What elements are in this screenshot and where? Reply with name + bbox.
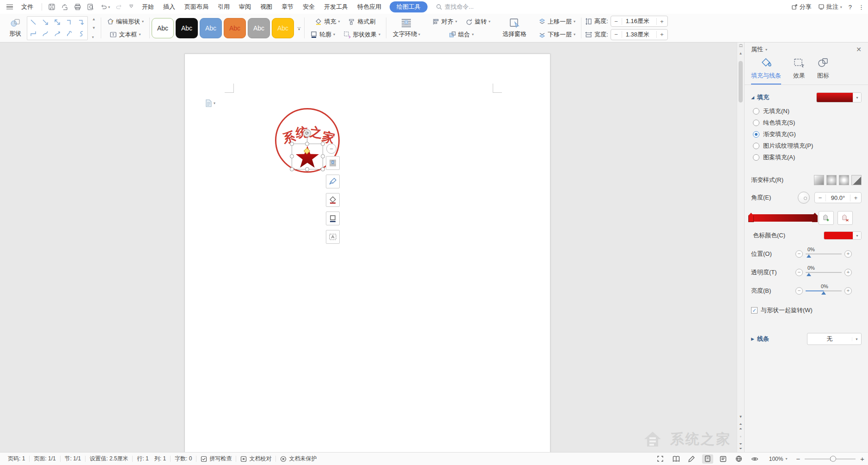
decrease-icon[interactable]: − <box>815 194 826 201</box>
increase-icon[interactable]: + <box>844 287 852 295</box>
increase-icon[interactable]: + <box>850 194 861 201</box>
selection-handle[interactable] <box>290 167 294 171</box>
hamburger-menu-icon[interactable] <box>4 3 16 12</box>
rotate-with-shape-option[interactable]: ✓ 与形状一起旋转(W) <box>751 306 862 314</box>
eye-protect-icon[interactable] <box>749 454 760 464</box>
increase-icon[interactable]: + <box>656 18 667 25</box>
height-stepper[interactable]: −1.16厘米+ <box>611 16 668 27</box>
scroll-up-icon[interactable]: ▲ <box>737 50 744 57</box>
stop-color-swatch[interactable]: ▾ <box>824 231 862 240</box>
style-orange[interactable]: Abc <box>224 18 246 38</box>
tab-page-layout[interactable]: 页面布局 <box>180 1 213 12</box>
status-setting-value[interactable]: 设置值: 2.5厘米 <box>86 455 132 463</box>
layout-options-icon[interactable] <box>326 156 340 170</box>
transparency-slider[interactable]: 0% <box>806 272 842 273</box>
print-preview-icon[interactable] <box>85 1 97 12</box>
send-backward-button[interactable]: 下移一层▾ <box>537 29 577 40</box>
angle-value[interactable]: 90.0° <box>826 194 850 201</box>
fill-option-gradient[interactable]: 渐变填充(G) <box>751 128 862 140</box>
selection-handle[interactable] <box>290 142 294 146</box>
tab-dev-tools[interactable]: 开发工具 <box>319 1 353 12</box>
search-input[interactable]: 查找命令... <box>436 3 538 11</box>
selection-handle[interactable] <box>321 167 325 171</box>
angle-knob[interactable] <box>798 192 810 204</box>
selection-handle[interactable] <box>290 154 294 158</box>
tab-view[interactable]: 视图 <box>256 1 277 12</box>
scroll-down-icon[interactable]: ▼ <box>739 415 743 419</box>
fill-option-picture[interactable]: 图片或纹理填充(P) <box>751 140 862 151</box>
shape-elbow-arrow-icon[interactable] <box>75 17 87 28</box>
slider-handle[interactable] <box>807 273 811 276</box>
zoom-level[interactable]: 100%▾ <box>765 456 792 462</box>
scrollbar-thumb[interactable] <box>739 61 743 103</box>
height-value[interactable]: 1.16厘米 <box>622 17 656 25</box>
increase-icon[interactable]: + <box>844 269 852 276</box>
shape-elbow-icon[interactable] <box>63 17 75 28</box>
edit-shape-button[interactable]: 编辑形状▾ <box>105 16 146 27</box>
selection-handle[interactable] <box>321 142 325 146</box>
shape-s-curve-icon[interactable] <box>63 28 75 40</box>
gallery-scroll[interactable]: ▲▼▾ <box>91 16 97 40</box>
document-page[interactable]: ▾ 系 统 之 家 ⟳ <box>184 54 550 452</box>
outline-button[interactable]: 轮廓▾ <box>308 29 337 40</box>
position-slider[interactable]: 0% <box>806 254 842 254</box>
tab-fill-and-line[interactable]: 填充与线条 <box>751 57 781 85</box>
zoom-out-icon[interactable]: − <box>796 455 800 463</box>
export-icon[interactable] <box>59 1 71 12</box>
shape-gallery[interactable] <box>27 16 88 40</box>
help-button[interactable]: ? <box>849 4 852 11</box>
rotate-button[interactable]: 旋转▾ <box>464 16 492 27</box>
edit-mode-icon[interactable] <box>686 454 697 464</box>
style-white-green[interactable]: Abc <box>152 18 174 38</box>
fill-option-pattern[interactable]: 图案填充(A) <box>751 151 862 163</box>
comment-button[interactable]: 批注▾ <box>818 3 842 11</box>
selection-handle[interactable] <box>305 142 309 146</box>
brightness-slider[interactable]: 0% <box>806 290 842 291</box>
tab-special-apps[interactable]: 特色应用 <box>353 1 386 12</box>
shape-connector-icon[interactable] <box>27 28 39 40</box>
collapse-quick-tools-icon[interactable]: − <box>326 144 336 154</box>
chevron-down-icon[interactable]: ▾ <box>765 48 767 52</box>
bring-forward-button[interactable]: 上移一层▾ <box>537 16 577 27</box>
shape-arrow-icon[interactable] <box>39 17 51 28</box>
fill-section-header[interactable]: ◢填充 <box>751 93 769 102</box>
shape-freeform-icon[interactable] <box>75 28 87 40</box>
selection-handle[interactable] <box>321 154 325 158</box>
shape-line-icon[interactable] <box>27 17 39 28</box>
format-painter-button[interactable]: 格式刷 <box>346 16 377 27</box>
fill-option-none[interactable]: 无填充(N) <box>751 105 862 117</box>
fullscreen-view-icon[interactable] <box>655 454 666 464</box>
spell-check-button[interactable]: 拼写检查 <box>196 455 236 463</box>
style-black[interactable]: Abc <box>176 18 198 38</box>
customize-toolbar-icon[interactable] <box>126 2 136 12</box>
text-box-button[interactable]: 文本框▾ <box>108 29 142 40</box>
status-section[interactable]: 节: 1/1 <box>61 455 85 463</box>
fill-button[interactable]: 填充▾ <box>313 16 342 27</box>
proofread-button[interactable]: 文档校对 <box>236 455 275 463</box>
print-icon[interactable] <box>72 1 84 12</box>
tab-icon[interactable]: 图标 <box>817 57 829 85</box>
status-page-number[interactable]: 页码: 1 <box>4 455 29 463</box>
tab-references[interactable]: 引用 <box>213 1 234 12</box>
width-value[interactable]: 1.38厘米 <box>622 30 656 39</box>
selection-handle[interactable] <box>305 167 309 171</box>
decrease-icon[interactable]: − <box>611 18 622 25</box>
decrease-icon[interactable]: − <box>795 269 803 276</box>
web-view-icon[interactable] <box>734 454 745 464</box>
gradient-rectangular-button[interactable] <box>839 175 849 185</box>
text-options-icon[interactable] <box>326 230 340 244</box>
file-menu[interactable]: 文件 <box>17 1 38 12</box>
shape-curve-icon[interactable] <box>39 28 51 40</box>
style-yellow[interactable]: Abc <box>272 18 294 38</box>
width-stepper[interactable]: −1.38厘米+ <box>611 29 668 40</box>
redo-icon[interactable] <box>113 1 125 12</box>
select-browse-object-icon[interactable]: ▫ <box>740 435 741 439</box>
document-canvas[interactable]: ▾ 系 统 之 家 ⟳ <box>0 42 737 452</box>
style-gray[interactable]: Abc <box>248 18 270 38</box>
fill-color-icon[interactable] <box>326 193 340 207</box>
line-section-header[interactable]: ▶线条 <box>751 335 769 343</box>
status-page-count[interactable]: 页面: 1/1 <box>30 455 60 463</box>
shape-double-arrow-icon[interactable] <box>51 17 63 28</box>
scroll-up-icon[interactable]: ▲ <box>92 17 96 21</box>
zoom-slider[interactable] <box>805 459 856 459</box>
